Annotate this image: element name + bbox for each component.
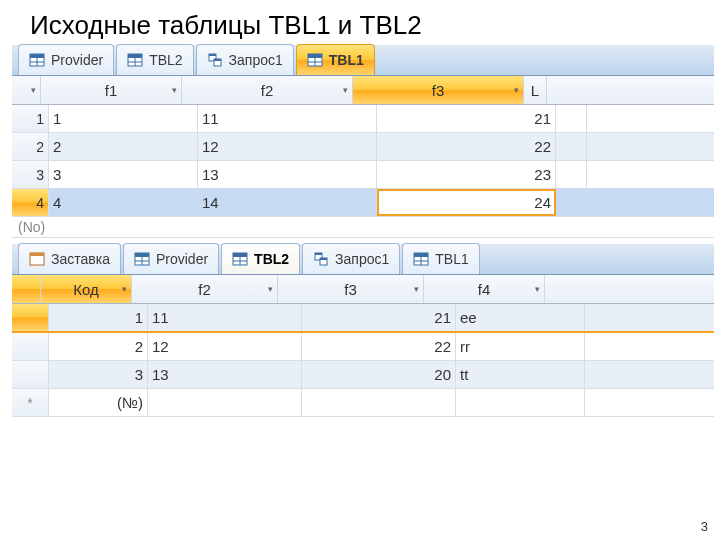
cell-empty[interactable] [148,389,302,416]
cell-empty[interactable] [456,389,585,416]
cell-f3[interactable]: 22 [302,333,456,360]
table-row-selected: 1 11 21 ee [12,304,714,333]
page-number: 3 [701,519,708,534]
cell-f1[interactable]: 2 [49,133,198,160]
column-header-f2[interactable]: f2▾ [182,76,353,104]
column-header-kod[interactable]: Код▾ [41,275,132,303]
cell-f3-active[interactable]: 24 [377,189,556,216]
row-selector-header[interactable]: ▾ [12,76,41,104]
row-selector[interactable] [12,333,49,360]
column-header-last[interactable]: L [524,76,547,104]
row-selector[interactable] [12,304,49,331]
tbl1-tabbar: Provider TBL2 Запрос1 TBL1 [12,45,714,76]
table-row: 2 2 12 22 [12,133,714,161]
cell-f3[interactable]: 20 [302,361,456,388]
cell-f3[interactable]: 23 [377,161,556,188]
table-icon [413,251,429,267]
tab-tbl2-active[interactable]: TBL2 [221,243,300,274]
row-selector-header[interactable] [12,275,41,303]
cell-last[interactable] [556,189,587,216]
cell-f1[interactable]: 1 [49,105,198,132]
column-header-f4[interactable]: f4▾ [424,275,545,303]
cell-f2[interactable]: 14 [198,189,377,216]
cell-f2[interactable]: 11 [198,105,377,132]
tab-label: Provider [51,52,103,68]
tbl1-column-headers: ▾ f1▾ f2▾ f3▾ L [12,76,714,105]
cell-f3[interactable]: 21 [302,304,456,331]
table-icon [127,52,143,68]
tab-label: Заставка [51,251,110,267]
row-number[interactable]: 1 [12,105,49,132]
tab-label: TBL1 [435,251,468,267]
cell-f2[interactable]: 11 [148,304,302,331]
tab-tbl1[interactable]: TBL1 [402,243,479,274]
cell-last[interactable] [556,133,587,160]
tab-label: TBL1 [329,52,364,68]
tab-label: TBL2 [254,251,289,267]
tab-zastavka[interactable]: Заставка [18,243,121,274]
cell-f2[interactable]: 13 [198,161,377,188]
cell-kod[interactable]: 1 [49,304,148,331]
cell-last[interactable] [556,105,587,132]
row-number[interactable]: 3 [12,161,49,188]
tab-tbl1-active[interactable]: TBL1 [296,44,375,75]
query-icon [313,251,329,267]
tab-provider[interactable]: Provider [123,243,219,274]
tab-label: Запрос1 [229,52,283,68]
tab-label: Provider [156,251,208,267]
cell-f2[interactable]: 12 [198,133,377,160]
row-number[interactable]: 4 [12,189,49,216]
row-selector[interactable] [12,361,49,388]
new-record-row: * (№) [12,389,714,417]
tab-label: Запрос1 [335,251,389,267]
cell-kod-new[interactable]: (№) [49,389,148,416]
new-row-marker: (No) [12,217,714,238]
cell-f3[interactable]: 22 [377,133,556,160]
cell-f4[interactable]: ee [456,304,585,331]
column-header-f3[interactable]: f3▾ [353,76,524,104]
column-header-f2[interactable]: f2▾ [132,275,278,303]
table-row: 2 12 22 rr [12,333,714,361]
svg-rect-28 [315,253,322,255]
cell-f4[interactable]: tt [456,361,585,388]
cell-empty[interactable] [302,389,456,416]
svg-rect-17 [30,253,44,256]
table-icon [307,52,323,68]
table-icon [29,52,45,68]
table-row: 3 13 20 tt [12,361,714,389]
tab-provider[interactable]: Provider [18,44,114,75]
cell-f2[interactable]: 12 [148,333,302,360]
cell-f2[interactable]: 13 [148,361,302,388]
tab-zapros1[interactable]: Запрос1 [196,44,294,75]
form-icon [29,251,45,267]
cell-kod[interactable]: 2 [49,333,148,360]
tbl2-column-headers: Код▾ f2▾ f3▾ f4▾ [12,275,714,304]
table-icon [134,251,150,267]
row-number[interactable]: 2 [12,133,49,160]
query-icon [207,52,223,68]
column-header-f1[interactable]: f1▾ [41,76,182,104]
svg-rect-10 [209,54,216,56]
svg-rect-29 [320,258,327,260]
tab-label: TBL2 [149,52,182,68]
cell-kod[interactable]: 3 [49,361,148,388]
table-row-selected: 4 4 14 24 [12,189,714,217]
new-record-icon[interactable]: * [12,389,49,416]
svg-rect-11 [214,59,221,61]
cell-f4[interactable]: rr [456,333,585,360]
table-icon [232,251,248,267]
cell-f1[interactable]: 3 [49,161,198,188]
tbl2-tabbar: Заставка Provider TBL2 Запрос1 TBL1 [12,244,714,275]
page-title: Исходные таблицы TBL1 и TBL2 [0,0,720,45]
table-row: 1 1 11 21 [12,105,714,133]
cell-f3[interactable]: 21 [377,105,556,132]
cell-last[interactable] [556,161,587,188]
tab-zapros1[interactable]: Запрос1 [302,243,400,274]
tab-tbl2[interactable]: TBL2 [116,44,193,75]
table-row: 3 3 13 23 [12,161,714,189]
column-header-f3[interactable]: f3▾ [278,275,424,303]
cell-f1[interactable]: 4 [49,189,198,216]
